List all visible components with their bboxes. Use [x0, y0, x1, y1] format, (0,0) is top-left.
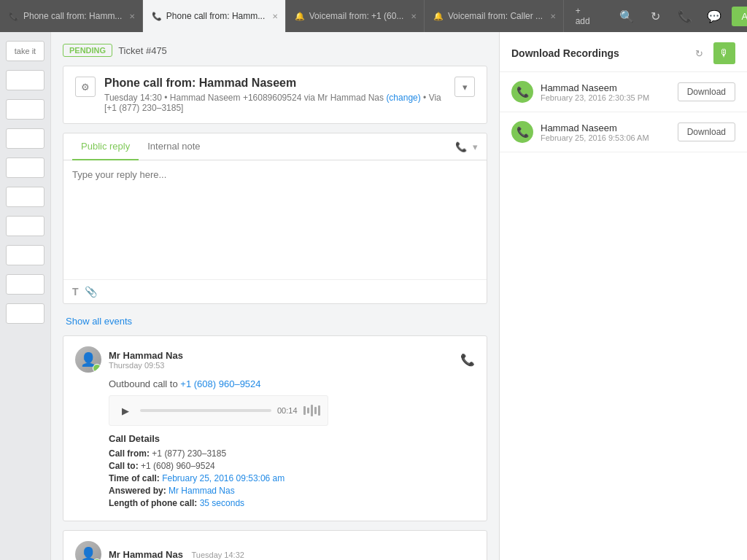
- ticket-title: Phone call from: Hammad Naseem: [104, 77, 446, 90]
- ticket-dropdown-button[interactable]: ▾: [454, 77, 475, 97]
- content-area: PENDING Ticket #475 ⚙ Phone call from: H…: [51, 32, 747, 560]
- phone-icon-2: 📞: [152, 12, 162, 21]
- recording-2-info: 📞 Hammad Naseem February 25, 2016 9:53:0…: [511, 121, 649, 143]
- phone-nav-button[interactable]: 📞: [673, 4, 697, 28]
- pending-badge: PENDING: [63, 44, 112, 57]
- phone-reply-icon: 📞: [455, 141, 467, 152]
- ticket-header-card: ⚙ Phone call from: Hammad Naseem Tuesday…: [63, 66, 487, 124]
- download-button-2[interactable]: Download: [678, 122, 735, 141]
- ticket-time: Tuesday 14:30: [104, 93, 162, 103]
- search-button[interactable]: 🔍: [615, 4, 638, 28]
- call-from-number: +1 (877) 230–3185: [152, 448, 226, 459]
- attach-icon[interactable]: 📎: [85, 286, 97, 298]
- call-length-value[interactable]: 35 seconds: [200, 498, 244, 508]
- add-tab-label: + add: [576, 6, 597, 26]
- answered-by-value[interactable]: Mr Hammad Nas: [169, 486, 235, 496]
- nav-tab-2-label: Phone call from: Hamm...: [166, 11, 265, 21]
- reply-footer: T 📎: [63, 279, 487, 303]
- apps-button[interactable]: Apps: [732, 7, 747, 26]
- nav-tab-1-label: Phone call from: Hamm...: [23, 11, 122, 21]
- time-of-call-value[interactable]: February 25, 2016 09:53:06 am: [162, 473, 285, 483]
- call-from-row: Call from: +1 (877) 230–3185: [109, 448, 475, 459]
- call-length-row: Length of phone call: 35 seconds: [109, 498, 475, 508]
- audio-bar-2: [307, 408, 309, 413]
- event-header: 👤 Mr Hammad Nas Thursday 09:53 📞: [75, 346, 475, 373]
- ticket-number: Ticket #475: [118, 45, 167, 56]
- nav-tab-2-close[interactable]: ✕: [272, 12, 278, 20]
- settings-button[interactable]: ⚙: [75, 77, 96, 97]
- refresh-button[interactable]: ↻: [644, 4, 667, 28]
- sidebar-action-btn[interactable]: take it: [6, 41, 44, 61]
- person-avatar-icon-2: 👤: [75, 541, 101, 560]
- show-all-events-link[interactable]: Show all events: [63, 316, 487, 327]
- event-card-2: 👤 Mr Hammad Nas Tuesday 14:32: [63, 530, 487, 560]
- event-card: 👤 Mr Hammad Nas Thursday 09:53 📞 Outboun…: [63, 335, 487, 521]
- call-details: Call Details Call from: +1 (877) 230–318…: [109, 433, 475, 508]
- right-sidebar: Download Recordings ↻ 🎙 📞 Hammad Naseem …: [499, 32, 747, 560]
- call-number-link[interactable]: +1 (608) 960–9524: [180, 378, 260, 389]
- audio-bar-3: [311, 405, 313, 416]
- audio-waveform: [303, 405, 320, 416]
- nav-actions: 🔍 ↻ 📞 💬 Apps 👤: [609, 4, 747, 28]
- nav-tab-4-label: Voicemail from: Caller ...: [448, 11, 543, 21]
- nav-tab-3-close[interactable]: ✕: [411, 12, 417, 20]
- reply-area: Public reply Internal note 📞 ▾ T 📎: [63, 133, 487, 304]
- event-author-name: Mr Hammad Nas: [109, 350, 460, 361]
- reply-textarea[interactable]: [63, 160, 487, 277]
- ticket-via-prefix: via: [304, 93, 318, 103]
- nav-tabs: 📞 Phone call from: Hamm... ✕ 📞 Phone cal…: [0, 0, 609, 32]
- call-from-label: Call from:: [109, 448, 150, 459]
- voicemail-icon-2: 🔔: [433, 12, 444, 21]
- ticket-via: Mr Hammad Nas: [317, 93, 384, 103]
- nav-tab-1-close[interactable]: ✕: [129, 12, 135, 20]
- phone-icon-1: 📞: [9, 12, 19, 21]
- play-button[interactable]: ▶: [117, 402, 134, 419]
- reply-chevron-icon: ▾: [473, 141, 478, 152]
- right-sidebar-title: Download Recordings: [511, 47, 619, 59]
- microphone-button[interactable]: 🎙: [713, 42, 735, 64]
- event-timestamp: Thursday 09:53: [109, 361, 460, 370]
- audio-progress-bar[interactable]: [140, 409, 271, 412]
- recording-item-1: 📞 Hammad Naseem February 23, 2016 2:30:3…: [500, 72, 747, 112]
- recording-2-details: Hammad Naseem February 25, 2016 9:53:06 …: [541, 122, 649, 142]
- recording-1-info: 📞 Hammad Naseem February 23, 2016 2:30:3…: [511, 81, 649, 103]
- nav-tab-2[interactable]: 📞 Phone call from: Hamm... ✕: [143, 0, 286, 32]
- avatar-status-indicator: [93, 364, 101, 373]
- recording-2-name: Hammad Naseem: [541, 122, 649, 133]
- audio-player: ▶ 00:14: [109, 395, 328, 426]
- ticket-caller: Hammad Naseem: [170, 93, 241, 103]
- internal-note-label: Internal note: [147, 141, 200, 152]
- nav-tab-1[interactable]: 📞 Phone call from: Hamm... ✕: [0, 0, 143, 32]
- answered-by-label: Answered by:: [109, 486, 166, 496]
- nav-tab-3-label: Voicemail from: +1 (60...: [309, 11, 404, 21]
- nav-tab-4-close[interactable]: ✕: [550, 12, 556, 20]
- recording-1-name: Hammad Naseem: [541, 82, 649, 93]
- download-button-1[interactable]: Download: [678, 82, 735, 101]
- call-info-text: Outbound call to +1 (608) 960–9524: [109, 378, 475, 389]
- event-avatar: 👤: [75, 346, 101, 373]
- call-event-icon: 📞: [460, 353, 475, 367]
- right-sidebar-header: Download Recordings ↻ 🎙: [500, 32, 747, 72]
- nav-tab-4[interactable]: 🔔 Voicemail from: Caller ... ✕: [425, 0, 564, 32]
- recordings-refresh-button[interactable]: ↻: [689, 43, 709, 63]
- nav-tab-3[interactable]: 🔔 Voicemail from: +1 (60... ✕: [286, 0, 425, 32]
- recording-1-avatar: 📞: [511, 81, 533, 103]
- call-details-title: Call Details: [109, 433, 475, 444]
- recording-item-2: 📞 Hammad Naseem February 25, 2016 9:53:0…: [500, 112, 747, 152]
- ticket-main: PENDING Ticket #475 ⚙ Phone call from: H…: [51, 32, 499, 560]
- voicemail-icon-1: 🔔: [295, 12, 305, 21]
- event-author-info: Mr Hammad Nas Thursday 09:53: [109, 350, 460, 370]
- tab-public-reply[interactable]: Public reply: [72, 133, 139, 160]
- text-format-icon[interactable]: T: [72, 286, 79, 298]
- ticket-change-link[interactable]: (change): [386, 93, 420, 103]
- tab-internal-note[interactable]: Internal note: [139, 133, 209, 160]
- reply-tabs: Public reply Internal note 📞 ▾: [63, 133, 487, 160]
- audio-bar-5: [318, 405, 320, 416]
- ticket-toolbar: PENDING Ticket #475: [63, 44, 487, 57]
- chat-nav-button[interactable]: 💬: [703, 4, 726, 28]
- audio-bar-1: [303, 406, 306, 415]
- public-reply-label: Public reply: [81, 141, 130, 152]
- recording-2-date: February 25, 2016 9:53:06 AM: [541, 133, 649, 142]
- recording-1-date: February 23, 2016 2:30:35 PM: [541, 93, 649, 102]
- add-tab-button[interactable]: + add: [564, 0, 609, 32]
